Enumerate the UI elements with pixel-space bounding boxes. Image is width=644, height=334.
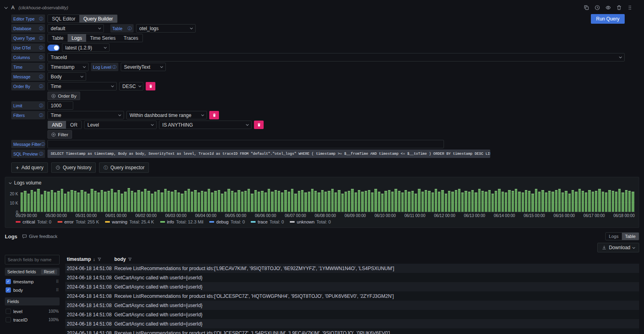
conjunction-and[interactable]: AND	[48, 121, 66, 129]
otel-version-select[interactable]: latest (1.2.9)	[62, 43, 109, 52]
info-icon[interactable]: ⓘ	[39, 74, 43, 80]
field-row-timestamp[interactable]: ✓timestamp⠿	[5, 277, 60, 286]
download-button[interactable]: Download	[597, 243, 639, 252]
query-type-traces[interactable]: Traces	[120, 34, 142, 42]
delete-filter-button[interactable]	[209, 111, 219, 119]
message-column-select[interactable]: Body	[47, 72, 86, 81]
hide-response-eye-icon[interactable]	[605, 5, 611, 10]
log-level-select[interactable]: SeverityText	[121, 63, 166, 71]
checkbox-timestamp[interactable]: ✓	[6, 279, 11, 284]
view-toggle-logs[interactable]: Logs	[606, 233, 622, 240]
drag-handle-icon[interactable]: ⠿	[56, 288, 59, 292]
logs-volume-header[interactable]: Logs volume	[5, 177, 639, 187]
give-feedback-link[interactable]: Give feedback	[22, 234, 57, 239]
editor-type-query-builder[interactable]: Query Builder	[79, 15, 117, 23]
conjunction-or[interactable]: OR	[66, 121, 81, 129]
field-row-body[interactable]: ✓body⠿	[5, 286, 60, 294]
add-query-button[interactable]: +Add query	[11, 162, 48, 173]
volume-bar	[288, 192, 290, 212]
log-row[interactable]: 2024-06-18 14:51:08Receive ListRecommend…	[65, 264, 639, 273]
timestamp-column-header[interactable]: timestamp ↓	[65, 256, 114, 262]
filter-funnel-icon[interactable]	[128, 257, 132, 261]
log-row[interactable]: 2024-06-18 14:51:08GetCartAsync called w…	[65, 319, 639, 328]
body-column-header[interactable]: body	[114, 256, 639, 262]
query-inspector-button[interactable]: ⓘQuery inspector	[99, 162, 149, 173]
logs-volume-plot[interactable]	[21, 188, 635, 212]
add-filter-button[interactable]: Filter	[47, 130, 72, 139]
order-by-field-select[interactable]: Time	[47, 82, 117, 90]
query-type-time-series[interactable]: Time Series	[86, 34, 120, 42]
collapse-query-icon[interactable]	[4, 6, 8, 9]
run-query-button[interactable]: Run Query	[591, 14, 625, 24]
legend-item-warning[interactable]: warningTotal: 25.4 K	[105, 219, 154, 224]
checkbox-level[interactable]	[6, 309, 11, 314]
query-type-logs[interactable]: Logs	[68, 34, 86, 42]
add-order-by-button[interactable]: Order By	[47, 92, 80, 100]
legend-item-unknown[interactable]: unknownTotal: 0	[290, 219, 331, 224]
volume-bar	[592, 192, 594, 212]
legend-item-debug[interactable]: debugTotal: 0	[209, 219, 245, 224]
duplicate-query-icon[interactable]	[584, 5, 589, 10]
table-select[interactable]: otel_logs	[136, 24, 196, 33]
info-icon[interactable]: ⓘ	[39, 64, 43, 70]
checkbox-traceID[interactable]	[6, 317, 11, 322]
filter-operator-select[interactable]: Within dashboard time range	[126, 111, 207, 119]
filter-funnel-icon[interactable]	[97, 257, 101, 261]
limit-input[interactable]	[47, 101, 73, 110]
filter-field-select[interactable]: Time	[47, 111, 124, 119]
info-icon[interactable]: ⓘ	[39, 26, 43, 31]
log-row[interactable]: 2024-06-18 14:51:08Receive ListRecommend…	[65, 291, 639, 301]
info-icon[interactable]: ⓘ	[39, 151, 43, 157]
filter2-operator-select[interactable]: IS ANYTHING	[159, 121, 252, 129]
log-body-cell: GetCartAsync called with userId={userId}	[114, 321, 639, 327]
info-icon[interactable]: ⓘ	[39, 84, 43, 89]
drag-handle-icon[interactable]	[627, 5, 633, 10]
info-icon[interactable]: ⓘ	[39, 55, 43, 60]
field-row-traceID[interactable]: traceID100%	[5, 316, 60, 324]
database-select[interactable]: default	[47, 24, 104, 33]
message-filter-input[interactable]	[47, 140, 444, 148]
info-icon[interactable]: ⓘ	[39, 113, 43, 118]
info-icon[interactable]: ⓘ	[39, 16, 43, 22]
volume-bar	[531, 194, 534, 212]
delete-filter2-button[interactable]	[254, 121, 264, 129]
label-text: Message Filter	[13, 142, 41, 147]
search-fields-input[interactable]	[5, 255, 60, 264]
legend-item-critical[interactable]: criticalTotal: 0	[16, 219, 52, 224]
legend-item-error[interactable]: errorTotal: 255 K	[58, 219, 99, 224]
log-row[interactable]: 2024-06-18 14:51:08Receive ListRecommend…	[65, 328, 639, 334]
delete-order-by-button[interactable]	[146, 82, 155, 90]
drag-handle-icon[interactable]: ⠿	[56, 279, 59, 284]
info-icon[interactable]: ⓘ	[39, 45, 43, 51]
volume-bar	[411, 191, 414, 212]
order-direction-select[interactable]: DESC	[119, 82, 143, 90]
legend-item-info[interactable]: infoTotal: 12.3 Mil	[160, 219, 204, 224]
filter2-field-select[interactable]: Level	[84, 121, 157, 129]
selected-value: default	[51, 26, 65, 31]
time-column-select[interactable]: Timestamp	[47, 63, 89, 71]
log-row[interactable]: 2024-06-18 14:51:08GetCartAsync called w…	[65, 301, 639, 310]
log-row[interactable]: 2024-06-18 14:51:08GetCartAsync called w…	[65, 273, 639, 282]
query-history-button[interactable]: Query history	[51, 162, 96, 173]
remove-query-trash-icon[interactable]	[616, 5, 622, 10]
legend-item-trace[interactable]: traceTotal: 0	[251, 219, 284, 224]
use-otel-toggle[interactable]	[47, 45, 60, 51]
info-icon[interactable]: ⓘ	[39, 35, 43, 41]
view-toggle-table[interactable]: Table	[622, 233, 639, 240]
info-icon[interactable]: ⓘ	[41, 141, 45, 147]
info-icon[interactable]: ⓘ	[128, 26, 132, 31]
sort-desc-icon[interactable]: ↓	[93, 257, 95, 262]
query-type-table[interactable]: Table	[48, 34, 68, 42]
reset-fields-button[interactable]: Reset	[41, 269, 57, 275]
log-row[interactable]: 2024-06-18 14:51:08GetCartAsync called w…	[65, 310, 639, 319]
volume-bar	[121, 194, 123, 212]
field-row-level[interactable]: level100%	[5, 307, 60, 316]
editor-type-sql-editor[interactable]: SQL Editor	[48, 15, 79, 23]
log-row[interactable]: 2024-06-18 14:51:08GetCartAsync called w…	[65, 282, 639, 291]
history-icon[interactable]	[594, 5, 600, 10]
log-body-cell: Receive ListRecommendations for product …	[114, 266, 639, 271]
info-icon[interactable]: ⓘ	[39, 103, 43, 109]
info-icon[interactable]: ⓘ	[112, 64, 116, 70]
checkbox-body[interactable]: ✓	[6, 287, 11, 293]
columns-multiselect[interactable]: TraceId	[47, 53, 625, 61]
